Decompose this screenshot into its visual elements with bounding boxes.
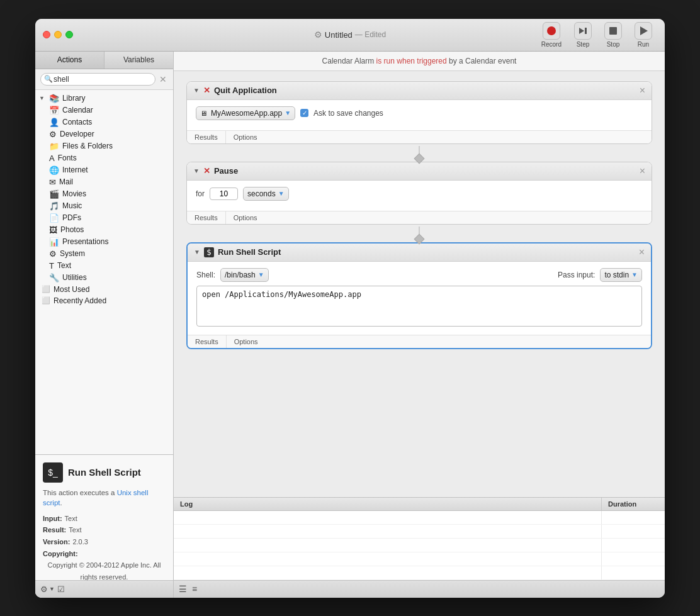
action-quit-expand[interactable]: ▼ [193, 87, 200, 94]
log-area: Log Duration [174, 497, 665, 598]
log-row-5-main [174, 566, 602, 580]
action-pause-x-icon: ✕ [203, 166, 210, 176]
shell-script-textarea[interactable]: open /Applications/MyAwesomeApp.app [196, 286, 642, 327]
action-quit-row: 🖥 MyAwesomeApp.app ▼ ✓ Ask to save chang… [196, 106, 643, 120]
tab-variables[interactable]: Variables [104, 52, 173, 69]
unix-shell-script-link[interactable]: Unix shell script [43, 489, 148, 507]
files-icon: 📁 [49, 142, 59, 151]
sidebar-item-mail[interactable]: ✉ Mail [37, 176, 172, 188]
workflow-header: Calendar Alarm is run when triggered by … [174, 52, 665, 71]
sidebar-item-files-folders[interactable]: 📁 Files & Folders [37, 140, 172, 152]
sidebar-item-system[interactable]: ⚙ System [37, 248, 172, 260]
action-shell-footer: Results Options [188, 335, 651, 348]
log-collapse-btn[interactable]: ≡ [192, 584, 197, 594]
text-icon: T [49, 261, 54, 271]
search-clear-button[interactable]: ✕ [158, 74, 168, 84]
sidebar-item-pdfs[interactable]: 📄 PDFs [37, 212, 172, 224]
window-title: Untitled [325, 30, 353, 40]
search-input[interactable] [40, 73, 155, 86]
record-button[interactable]: Record [536, 20, 567, 50]
add-button[interactable]: ☑ [57, 585, 65, 594]
stop-button[interactable]: Stop [599, 20, 627, 50]
titlebar: ⚙ Untitled — Edited Record Step [35, 19, 665, 52]
left-bottom-bar: ⚙ ▼ ☑ [35, 580, 173, 598]
sidebar-item-photos[interactable]: 🖼 Photos [37, 224, 172, 236]
sidebar-item-fonts[interactable]: A Fonts [37, 152, 172, 164]
contacts-icon: 👤 [49, 118, 59, 127]
seconds-select[interactable]: seconds ▼ [243, 187, 289, 201]
sidebar-item-music[interactable]: 🎵 Music [37, 200, 172, 212]
log-col-header: Log [174, 498, 602, 510]
log-bottom-bar: ☰ ≡ [174, 580, 665, 598]
maximize-button[interactable] [65, 31, 73, 38]
action-shell-row1: Shell: /bin/bash ▼ Pass input: to stdin … [196, 268, 642, 282]
main-content: Actions Variables 🔍 ✕ ▼ 📚 Library [35, 52, 665, 598]
sidebar-item-calendar[interactable]: 📅 Calendar [37, 104, 172, 116]
minimize-button[interactable] [54, 31, 62, 38]
record-dot [547, 26, 556, 35]
stop-icon [604, 22, 622, 40]
log-expand-btn[interactable]: ☰ [179, 584, 187, 594]
action-shell-expand[interactable]: ▼ [194, 249, 200, 255]
action-shell-close[interactable]: × [639, 247, 645, 257]
sidebar-item-text[interactable]: T Text [37, 260, 172, 272]
shell-options-btn[interactable]: Options [227, 335, 266, 348]
app-icon: ⚙ [314, 30, 322, 40]
log-row-3 [174, 539, 665, 552]
info-copyright-row: Copyright: [43, 548, 166, 560]
connector-1 [186, 147, 652, 162]
action-pause-header: ▼ ✕ Pause × [187, 162, 652, 181]
info-action-icon: $_ [43, 462, 63, 483]
run-button[interactable]: Run [629, 20, 657, 50]
search-bar: 🔍 ✕ [35, 69, 173, 90]
shell-results-btn[interactable]: Results [188, 335, 227, 348]
action-pause-row: for seconds ▼ [196, 187, 643, 201]
record-label: Record [541, 41, 562, 48]
step-button[interactable]: Step [569, 20, 597, 50]
info-title: Run Shell Script [68, 467, 141, 478]
step-bar [585, 28, 587, 34]
mail-icon: ✉ [49, 177, 56, 187]
save-changes-checkbox[interactable]: ✓ [300, 109, 308, 117]
sidebar-most-used[interactable]: ⬜ Most Used [37, 284, 172, 295]
sidebar-library-header[interactable]: ▼ 📚 Library [37, 92, 172, 104]
quit-options-btn[interactable]: Options [226, 131, 265, 143]
sidebar-recently-added[interactable]: ⬜ Recently Added [37, 295, 172, 306]
action-quit-header: ▼ ✕ Quit Application × [187, 82, 652, 100]
pass-input-select[interactable]: to stdin ▼ [600, 268, 642, 282]
step-shape [579, 28, 587, 34]
sidebar-item-internet[interactable]: 🌐 Internet [37, 164, 172, 176]
app-select[interactable]: 🖥 MyAwesomeApp.app ▼ [196, 106, 295, 120]
pause-options-btn[interactable]: Options [226, 211, 265, 224]
right-panel: Calendar Alarm is run when triggered by … [174, 52, 665, 598]
quit-results-btn[interactable]: Results [187, 131, 226, 143]
step-triangle [579, 28, 584, 34]
info-result-row: Result: Text [43, 524, 166, 536]
run-icon [635, 22, 652, 40]
action-shell-body: Shell: /bin/bash ▼ Pass input: to stdin … [188, 262, 651, 335]
settings-menu-button[interactable]: ⚙ ▼ [40, 585, 55, 594]
action-quit-body: 🖥 MyAwesomeApp.app ▼ ✓ Ask to save chang… [187, 100, 652, 130]
action-pause-expand[interactable]: ▼ [193, 167, 200, 174]
info-input-row: Input: Text [43, 513, 166, 525]
sidebar-item-movies[interactable]: 🎬 Movies [37, 188, 172, 200]
sidebar-item-contacts[interactable]: 👤 Contacts [37, 116, 172, 128]
left-panel: Actions Variables 🔍 ✕ ▼ 📚 Library [35, 52, 174, 598]
pause-seconds-input[interactable] [210, 188, 238, 200]
sidebar-item-utilities[interactable]: 🔧 Utilities [37, 272, 172, 284]
action-quit-close[interactable]: × [640, 86, 645, 96]
info-panel: $_ Run Shell Script This action executes… [35, 454, 173, 580]
pause-results-btn[interactable]: Results [187, 211, 226, 224]
info-description: This action executes a Unix shell script… [43, 488, 166, 508]
most-used-icon: ⬜ [42, 285, 50, 293]
tab-actions[interactable]: Actions [35, 52, 104, 69]
action-pause-close[interactable]: × [640, 166, 645, 176]
sidebar-item-presentations[interactable]: 📊 Presentations [37, 236, 172, 248]
utilities-icon: 🔧 [49, 273, 59, 283]
connector-2 [186, 227, 652, 242]
close-button[interactable] [43, 31, 50, 38]
app-select-chevron: ▼ [285, 109, 291, 116]
action-pause-footer: Results Options [187, 211, 652, 224]
sidebar-item-developer[interactable]: ⚙ Developer [37, 128, 172, 140]
shell-select[interactable]: /bin/bash ▼ [220, 268, 269, 282]
